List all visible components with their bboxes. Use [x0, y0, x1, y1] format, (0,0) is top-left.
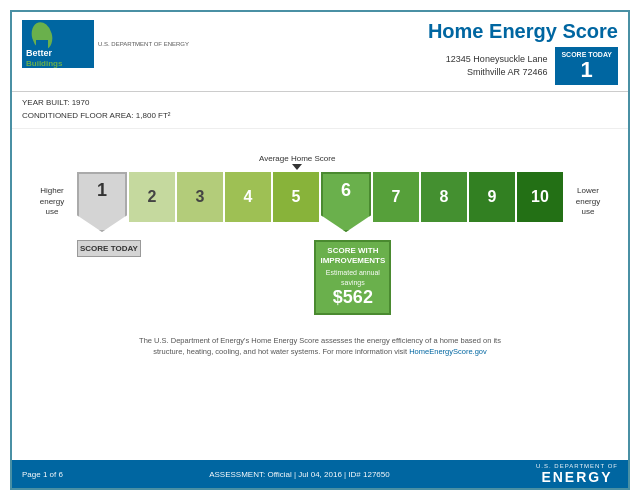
avg-score-label: Average Home Score: [259, 154, 335, 163]
doe-logo: U.S. DEPARTMENT OF ENERGY: [536, 463, 618, 485]
footer-text-2: structure, heating, cooling, and hot wat…: [153, 347, 407, 356]
indicator-empty-7: [393, 240, 434, 315]
svg-text:Better: Better: [26, 48, 53, 58]
main-page: Better Buildings U.S. DEPARTMENT OF ENER…: [10, 10, 630, 490]
indicator-empty-4: [229, 240, 270, 315]
header: Better Buildings U.S. DEPARTMENT OF ENER…: [12, 12, 628, 92]
savings-amount: $562: [320, 287, 385, 309]
main-content: Average Home Score Higher energy use: [12, 129, 628, 367]
score-section: Average Home Score Higher energy use: [27, 154, 613, 315]
year-built-value: 1970: [72, 98, 90, 107]
doe-sublabel: U.S. DEPARTMENT OF ENERGY: [98, 41, 189, 47]
score-boxes: 1 2 3 4 5: [77, 172, 563, 232]
bottom-bar: Page 1 of 6 ASSESSMENT: Official | Jul 0…: [12, 460, 628, 488]
logo-area: Better Buildings U.S. DEPARTMENT OF ENER…: [22, 20, 189, 68]
doe-line2: ENERGY: [541, 469, 612, 485]
score-box-10: 10: [517, 172, 563, 222]
svg-text:Buildings: Buildings: [26, 59, 63, 68]
year-built-label: YEAR BUILT:: [22, 98, 69, 107]
footer-link[interactable]: HomeEnergyScore.gov: [409, 347, 487, 356]
score-improvements-title-2: IMPROVEMENTS: [320, 256, 385, 266]
property-address: 12345 Honeysuckle Lane Smithville AR 724…: [446, 53, 548, 80]
right-side-label: Lower energy use: [563, 172, 613, 232]
indicator-empty-5: [272, 240, 313, 315]
score-today-box: SCORE TODAY: [77, 240, 141, 257]
score-improvements-indicator: SCORE WITH IMPROVEMENTS Estimated annual…: [314, 240, 391, 315]
footer-text-1: The U.S. Department of Energy's Home Ene…: [139, 336, 501, 345]
page-info: Page 1 of 6: [22, 470, 63, 479]
indicators-row: SCORE TODAY SCORE WITH IMPROVEMENTS Esti…: [27, 240, 613, 315]
savings-label: Estimated annual savings: [320, 268, 385, 288]
score-box-5: 5: [273, 172, 319, 222]
score-box-6: 6: [321, 172, 371, 232]
indicator-empty-2: [143, 240, 184, 315]
score-box-2: 2: [129, 172, 175, 222]
score-box-9: 9: [469, 172, 515, 222]
score-box-8: 8: [421, 172, 467, 222]
score-today-number: 1: [561, 59, 612, 81]
indicator-empty-8: [436, 240, 477, 315]
indicator-empty-10: [522, 240, 563, 315]
better-buildings-logo: Better Buildings: [22, 20, 94, 68]
property-info: YEAR BUILT: 1970 CONDITIONED FLOOR AREA:…: [12, 92, 628, 129]
indicator-empty-9: [479, 240, 520, 315]
address-score-row: 12345 Honeysuckle Lane Smithville AR 724…: [428, 47, 618, 85]
score-box-7: 7: [373, 172, 419, 222]
score-improvements-title-1: SCORE WITH: [320, 246, 385, 256]
floor-area-label: CONDITIONED FLOOR AREA:: [22, 111, 134, 120]
left-side-label: Higher energy use: [27, 172, 77, 232]
score-box-3: 3: [177, 172, 223, 222]
score-bar-row: Higher energy use 1 2 3: [27, 172, 613, 232]
score-box-1: 1: [77, 172, 127, 232]
footer-description: The U.S. Department of Energy's Home Ene…: [27, 335, 613, 358]
title-area: Home Energy Score 12345 Honeysuckle Lane…: [428, 20, 618, 85]
page-title: Home Energy Score: [428, 20, 618, 43]
score-indicators: SCORE TODAY SCORE WITH IMPROVEMENTS Esti…: [77, 240, 563, 315]
avg-score-indicator: Average Home Score: [259, 154, 335, 170]
score-box-4: 4: [225, 172, 271, 222]
indicator-empty-3: [186, 240, 227, 315]
floor-area-value: 1,800 FT²: [136, 111, 171, 120]
score-today-indicator: SCORE TODAY: [77, 240, 141, 315]
score-improvements-box: SCORE WITH IMPROVEMENTS Estimated annual…: [314, 240, 391, 315]
score-today-badge: SCORE TODAY 1: [555, 47, 618, 85]
assessment-info: ASSESSMENT: Official | Jul 04, 2016 | ID…: [209, 470, 390, 479]
